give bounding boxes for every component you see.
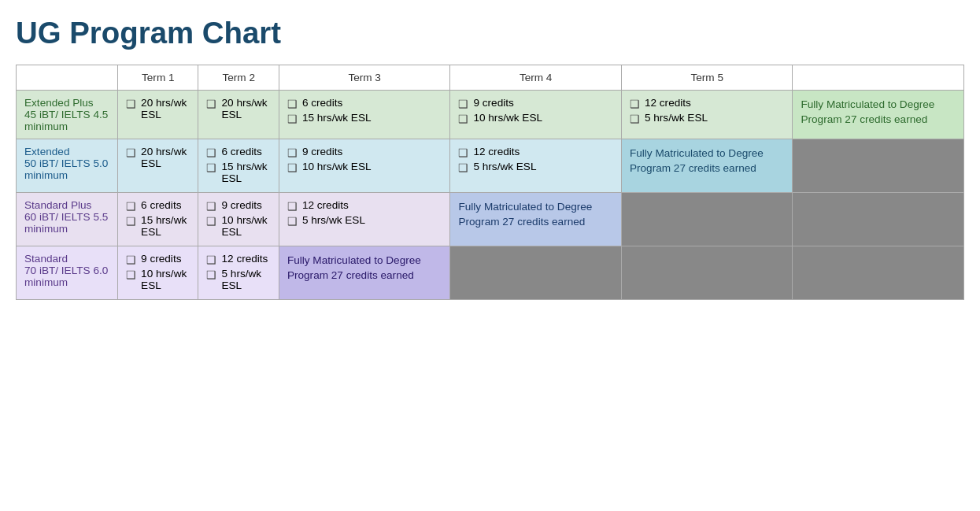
program-label: Extended 50 iBT/ IELTS 5.0 minimum <box>17 139 118 193</box>
term1-cell: ❑20 hrs/wk ESL <box>118 139 198 193</box>
item-text: 6 credits <box>302 97 342 109</box>
col-header-term5: Term 5 <box>621 65 793 91</box>
checkbox-icon: ❑ <box>630 98 640 110</box>
term5-cell: ❑12 credits❑5 hrs/wk ESL <box>621 91 793 139</box>
checkbox-icon: ❑ <box>126 254 136 266</box>
check-item: ❑10 hrs/wk ESL <box>458 112 613 125</box>
check-item: ❑12 credits <box>630 97 785 110</box>
checkbox-icon: ❑ <box>458 113 468 125</box>
check-item: ❑9 credits <box>126 253 190 266</box>
col-header-final <box>793 65 964 91</box>
final-gray-cell <box>793 246 964 300</box>
checkbox-icon: ❑ <box>458 146 468 159</box>
term4-gray-cell <box>450 246 622 300</box>
term3-fully-mat-cell: Fully Matriculated to Degree Program 27 … <box>279 246 450 300</box>
item-text: 12 credits <box>221 253 268 265</box>
fully-matriculated-text: Fully Matriculated to Degree Program 27 … <box>287 253 442 283</box>
table-row: Standard 70 iBT/ IELTS 6.0 minimum❑9 cre… <box>17 246 964 300</box>
checkbox-icon: ❑ <box>206 215 216 228</box>
check-item: ❑5 hrs/wk ESL <box>287 214 442 228</box>
term5-fully-mat-cell: Fully Matriculated to Degree Program 27 … <box>621 139 793 193</box>
check-item: ❑6 credits <box>287 97 442 110</box>
check-item: ❑15 hrs/wk ESL <box>126 214 190 238</box>
item-text: 20 hrs/wk ESL <box>141 97 190 120</box>
item-text: 6 credits <box>141 199 181 211</box>
check-item: ❑20 hrs/wk ESL <box>206 97 270 120</box>
check-item: ❑12 credits <box>287 199 442 213</box>
term2-cell: ❑20 hrs/wk ESL <box>198 91 279 139</box>
item-text: 9 credits <box>221 199 261 211</box>
item-text: 5 hrs/wk ESL <box>473 161 536 172</box>
item-text: 20 hrs/wk ESL <box>221 97 270 120</box>
term3-cell: ❑12 credits❑5 hrs/wk ESL <box>279 193 450 246</box>
checkbox-icon: ❑ <box>206 161 216 174</box>
checkbox-icon: ❑ <box>458 98 468 110</box>
checkbox-icon: ❑ <box>126 98 136 110</box>
table-row: Extended 50 iBT/ IELTS 5.0 minimum❑20 hr… <box>17 139 964 193</box>
col-header-term4: Term 4 <box>450 65 622 91</box>
checkbox-icon: ❑ <box>287 98 298 110</box>
checkbox-icon: ❑ <box>206 200 216 213</box>
item-text: 5 hrs/wk ESL <box>645 112 708 124</box>
item-text: 12 credits <box>645 97 691 109</box>
term1-cell: ❑6 credits❑15 hrs/wk ESL <box>118 193 198 246</box>
item-text: 6 credits <box>221 146 261 157</box>
fully-matriculated-text: Fully Matriculated to Degree Program 27 … <box>458 199 613 229</box>
check-item: ❑10 hrs/wk ESL <box>287 161 442 174</box>
check-item: ❑6 credits <box>206 146 270 159</box>
program-chart-table: Term 1 Term 2 Term 3 Term 4 Term 5 Exten… <box>16 65 964 300</box>
check-item: ❑5 hrs/wk ESL <box>458 161 613 174</box>
program-label: Standard Plus 60 iBT/ IELTS 5.5 minimum <box>17 193 118 246</box>
item-text: 15 hrs/wk ESL <box>141 214 190 238</box>
check-item: ❑9 credits <box>287 146 442 159</box>
term1-cell: ❑9 credits❑10 hrs/wk ESL <box>118 246 198 300</box>
col-header-term2: Term 2 <box>198 65 279 91</box>
checkbox-icon: ❑ <box>126 268 136 281</box>
program-label: Standard 70 iBT/ IELTS 6.0 minimum <box>17 246 118 300</box>
fully-matriculated-text: Fully Matriculated to Degree Program 27 … <box>630 146 785 176</box>
check-item: ❑5 hrs/wk ESL <box>206 268 270 291</box>
checkbox-icon: ❑ <box>126 146 136 159</box>
checkbox-icon: ❑ <box>206 268 216 281</box>
checkbox-icon: ❑ <box>287 161 298 174</box>
program-label: Extended Plus 45 iBT/ IELTS 4.5 minimum <box>17 91 118 139</box>
term4-cell: ❑9 credits❑10 hrs/wk ESL <box>450 91 622 139</box>
item-text: 9 credits <box>302 146 342 157</box>
check-item: ❑15 hrs/wk ESL <box>206 161 270 184</box>
checkbox-icon: ❑ <box>458 161 468 174</box>
item-text: 9 credits <box>473 97 513 109</box>
item-text: 15 hrs/wk ESL <box>302 112 372 124</box>
term3-cell: ❑6 credits❑15 hrs/wk ESL <box>279 91 450 139</box>
item-text: 10 hrs/wk ESL <box>141 268 190 291</box>
check-item: ❑5 hrs/wk ESL <box>630 112 785 125</box>
check-item: ❑10 hrs/wk ESL <box>126 268 190 291</box>
checkbox-icon: ❑ <box>630 113 640 125</box>
term4-fully-mat-cell: Fully Matriculated to Degree Program 27 … <box>450 193 622 246</box>
fully-matriculated-text: Fully Matriculated to Degree Program 27 … <box>801 97 956 127</box>
term2-cell: ❑9 credits❑10 hrs/wk ESL <box>198 193 279 246</box>
final-gray-cell <box>793 193 964 246</box>
term4-cell: ❑12 credits❑5 hrs/wk ESL <box>450 139 622 193</box>
item-text: 10 hrs/wk ESL <box>302 161 372 172</box>
term5-gray-cell <box>621 193 793 246</box>
item-text: 10 hrs/wk ESL <box>221 214 270 238</box>
check-item: ❑20 hrs/wk ESL <box>126 97 190 120</box>
fully-mat-cell: Fully Matriculated to Degree Program 27 … <box>793 91 964 139</box>
check-item: ❑20 hrs/wk ESL <box>126 146 190 169</box>
term2-cell: ❑6 credits❑15 hrs/wk ESL <box>198 139 279 193</box>
checkbox-icon: ❑ <box>126 200 136 213</box>
item-text: 20 hrs/wk ESL <box>141 146 190 169</box>
checkbox-icon: ❑ <box>206 146 216 159</box>
check-item: ❑15 hrs/wk ESL <box>287 112 442 125</box>
checkbox-icon: ❑ <box>206 98 216 110</box>
table-row: Extended Plus 45 iBT/ IELTS 4.5 minimum❑… <box>17 91 964 139</box>
term1-cell: ❑20 hrs/wk ESL <box>118 91 198 139</box>
check-item: ❑9 credits <box>206 199 270 213</box>
col-header-label <box>17 65 118 91</box>
term2-cell: ❑12 credits❑5 hrs/wk ESL <box>198 246 279 300</box>
item-text: 9 credits <box>141 253 181 265</box>
final-gray-cell <box>793 139 964 193</box>
check-item: ❑6 credits <box>126 199 190 213</box>
col-header-term3: Term 3 <box>279 65 450 91</box>
item-text: 12 credits <box>302 199 349 211</box>
